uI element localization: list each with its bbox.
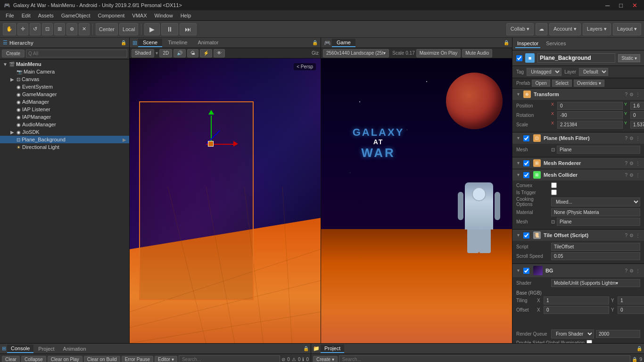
comp-transform-header[interactable]: ▼ ⊕ Transform ?⚙⋮ bbox=[512, 89, 644, 100]
step-btn[interactable]: ⏭ bbox=[180, 23, 197, 35]
layer-select[interactable]: Default bbox=[579, 68, 608, 76]
collapse-btn[interactable]: Collapse bbox=[21, 356, 46, 362]
tree-item-maincamera[interactable]: ▶ 📷 Main Camera bbox=[0, 68, 129, 75]
tiling-x[interactable] bbox=[544, 296, 609, 304]
collider-material-val[interactable] bbox=[551, 208, 640, 216]
scene-view[interactable]: < Persp bbox=[130, 58, 321, 343]
shading-btn[interactable]: Shaded bbox=[132, 49, 154, 58]
project-search-input[interactable] bbox=[339, 355, 631, 362]
comp-meshcollider-header[interactable]: ▼ ⊠ Mesh Collider ?⚙⋮ bbox=[512, 169, 644, 181]
tree-item-eventsystem[interactable]: ▶ ◉ EventSystem bbox=[0, 83, 129, 90]
scale-tool-btn[interactable]: ⊡ bbox=[42, 23, 53, 35]
tab-timeline[interactable]: Timeline bbox=[163, 39, 192, 47]
istrigger-checkbox[interactable] bbox=[551, 189, 557, 195]
tree-item-audiomanager[interactable]: ▶ ◉ AudioManager bbox=[0, 121, 129, 128]
play-btn[interactable]: ▶ bbox=[144, 23, 160, 35]
menu-help[interactable]: Help bbox=[177, 12, 195, 19]
offset-y[interactable] bbox=[618, 306, 644, 314]
tab-scene[interactable]: Scene bbox=[138, 39, 162, 47]
sky-btn[interactable]: 🌤 bbox=[187, 49, 198, 58]
tab-animation[interactable]: Animation bbox=[59, 345, 90, 353]
clear-on-play-btn[interactable]: Clear on Play bbox=[48, 356, 83, 362]
rot-x[interactable] bbox=[557, 111, 623, 119]
menu-vmax[interactable]: VMAX bbox=[128, 12, 150, 19]
audio-btn[interactable]: 🔊 bbox=[173, 49, 186, 58]
local-btn[interactable]: Local bbox=[119, 23, 138, 35]
tree-item-jiosdk[interactable]: ▶ ◉ JioSDK bbox=[0, 128, 129, 136]
mesh-val[interactable] bbox=[557, 146, 640, 154]
offset-x[interactable] bbox=[544, 306, 609, 314]
maximize-on-play-btn[interactable]: Maximize On Play bbox=[416, 49, 461, 58]
editor-btn[interactable]: Editor ▾ bbox=[155, 356, 177, 362]
bg-checkbox[interactable] bbox=[523, 268, 529, 274]
mute-audio-btn[interactable]: Mute Audio bbox=[462, 49, 492, 58]
mode-2d-btn[interactable]: 2D bbox=[159, 49, 172, 58]
obj-active-checkbox[interactable] bbox=[516, 55, 522, 61]
eye-btn[interactable]: 👁 bbox=[214, 49, 225, 58]
obj-name-input[interactable] bbox=[537, 53, 615, 63]
hierarchy-search-input[interactable] bbox=[26, 49, 127, 58]
menu-gameobject[interactable]: GameObject bbox=[58, 12, 94, 19]
collider-mesh-val[interactable] bbox=[557, 218, 640, 226]
game-view[interactable]: GALAXY AT WAR bbox=[321, 58, 512, 343]
layout-btn[interactable]: Layout ▾ bbox=[613, 23, 641, 35]
scale-y[interactable] bbox=[630, 121, 644, 129]
tab-console[interactable]: Console bbox=[7, 345, 33, 353]
menu-edit[interactable]: Edit bbox=[18, 12, 34, 19]
script-val[interactable] bbox=[551, 243, 640, 251]
transform-tool-btn[interactable]: ⊛ bbox=[66, 23, 77, 35]
minimize-button[interactable]: ─ bbox=[603, 2, 612, 9]
comp-meshfilter-header[interactable]: ▼ ⊡ Plane (Mesh Filter) ?⚙⋮ bbox=[512, 132, 644, 144]
maximize-button[interactable]: □ bbox=[616, 2, 626, 9]
meshfilter-checkbox[interactable] bbox=[523, 135, 529, 141]
account-btn[interactable]: Account ▾ bbox=[549, 23, 581, 35]
rect-tool-btn[interactable]: ⊞ bbox=[54, 23, 65, 35]
tab-project-main[interactable]: Project bbox=[321, 345, 344, 353]
pause-btn[interactable]: ⏸ bbox=[161, 23, 178, 35]
move-tool-btn[interactable]: ✛ bbox=[17, 23, 28, 35]
menu-assets[interactable]: Assets bbox=[34, 12, 58, 19]
prefab-open-btn[interactable]: Open bbox=[532, 80, 550, 87]
cookingoptions-select[interactable]: Mixed... bbox=[551, 197, 640, 206]
meshcollider-checkbox[interactable] bbox=[523, 172, 529, 178]
cloud-btn[interactable]: ☁ bbox=[536, 23, 547, 35]
meshrenderer-checkbox[interactable] bbox=[523, 160, 529, 166]
double-sided-checkbox[interactable] bbox=[586, 340, 592, 343]
clear-on-build-btn[interactable]: Clear on Build bbox=[84, 356, 120, 362]
custom-tool-btn[interactable]: ✕ bbox=[79, 23, 90, 35]
menu-component[interactable]: Component bbox=[94, 12, 128, 19]
render-queue-val[interactable] bbox=[596, 330, 640, 338]
create-btn[interactable]: Create ▾ bbox=[313, 356, 338, 362]
scrollspeed-val[interactable] bbox=[551, 252, 640, 260]
tag-select[interactable]: Untagged bbox=[527, 68, 561, 76]
tree-item-admanager[interactable]: ▶ ◉ AdManager bbox=[0, 98, 129, 106]
console-panel-lock[interactable]: 🔒 bbox=[303, 346, 309, 351]
rotate-tool-btn[interactable]: ↺ bbox=[30, 23, 41, 35]
menu-file[interactable]: File bbox=[2, 12, 18, 19]
tab-game[interactable]: Game bbox=[332, 39, 355, 47]
tree-item-planebg[interactable]: ▶ ⊡ Plane_Background ▶ bbox=[0, 136, 129, 143]
static-btn[interactable]: Static ▾ bbox=[618, 54, 640, 62]
error-pause-btn[interactable]: Error Pause bbox=[122, 356, 153, 362]
console-search-input[interactable] bbox=[179, 355, 280, 362]
tree-item-iaplistener[interactable]: ▶ ◉ IAP Listener bbox=[0, 106, 129, 113]
tileoffset-checkbox[interactable] bbox=[523, 232, 529, 239]
resolution-btn[interactable]: 2560x1440 Landscape (25t▾ bbox=[323, 49, 389, 58]
collab-btn[interactable]: Collab ▾ bbox=[506, 23, 534, 35]
comp-tileoffset-header[interactable]: ▼ 📜 Tile Offset (Script) ?⚙⋮ bbox=[512, 230, 644, 241]
scene-panel-lock[interactable]: 🔒 bbox=[312, 40, 318, 45]
prefab-overrides-btn[interactable]: Overrides ▾ bbox=[574, 80, 604, 87]
tab-project[interactable]: Project bbox=[34, 345, 58, 353]
close-button[interactable]: ✕ bbox=[629, 2, 640, 9]
tree-item-gamemanager[interactable]: ▶ ◉ GameManager bbox=[0, 90, 129, 98]
tree-item-dirlight[interactable]: ▶ ☀ Directional Light bbox=[0, 143, 129, 151]
project-panel-lock[interactable]: 🔒 bbox=[636, 346, 642, 351]
menu-window[interactable]: Window bbox=[151, 12, 177, 19]
tree-item-mainmenu[interactable]: ▼ 🎬 MainMenu bbox=[0, 60, 129, 68]
pos-x[interactable] bbox=[557, 102, 623, 110]
layers-btn[interactable]: Layers ▾ bbox=[583, 23, 611, 35]
tree-item-iapmanager[interactable]: ▶ ◉ IAPManager bbox=[0, 113, 129, 121]
pos-y[interactable] bbox=[630, 102, 644, 110]
tab-services[interactable]: Services bbox=[544, 40, 568, 48]
prefab-select-btn[interactable]: Select bbox=[552, 80, 572, 87]
